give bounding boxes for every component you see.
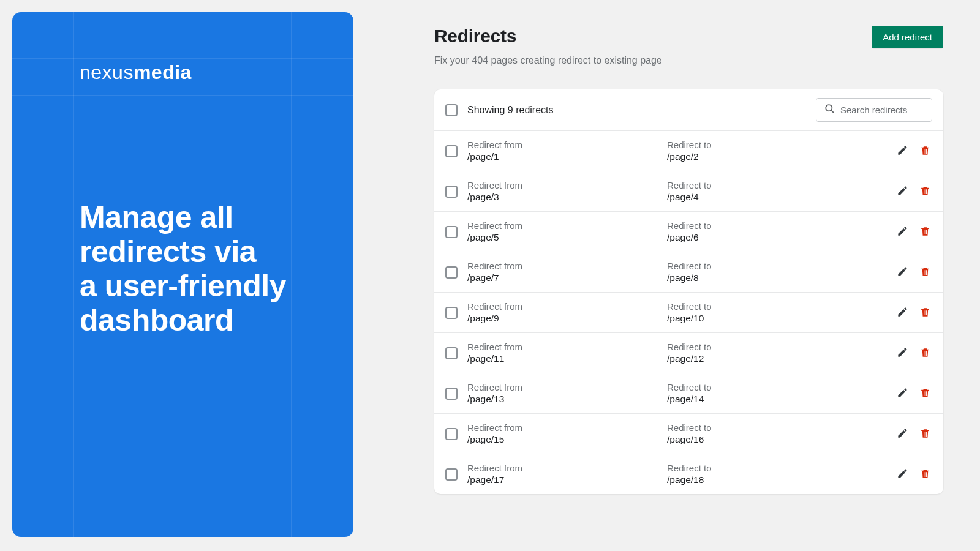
delete-button[interactable]	[918, 224, 932, 240]
pencil-icon	[897, 266, 908, 279]
from-label: Redirect from	[467, 342, 667, 352]
main-content: Redirects Fix your 404 pages creating re…	[353, 0, 980, 551]
search-field[interactable]	[816, 98, 932, 122]
redirect-from-cell: Redirect from/page/7	[467, 261, 667, 283]
table-row: Redirect from/page/7Redirect to/page/8	[434, 252, 943, 293]
from-value: /page/11	[467, 353, 667, 364]
redirect-to-cell: Redirect to/page/6	[667, 220, 820, 243]
from-value: /page/5	[467, 232, 667, 243]
row-actions	[895, 143, 932, 159]
from-label: Redirect from	[467, 463, 667, 473]
delete-button[interactable]	[918, 345, 932, 361]
select-all-checkbox[interactable]	[445, 104, 458, 116]
trash-icon	[919, 266, 931, 279]
edit-button[interactable]	[895, 143, 910, 159]
redirect-from-cell: Redirect from/page/9	[467, 301, 667, 324]
delete-button[interactable]	[918, 305, 932, 321]
row-checkbox[interactable]	[445, 388, 458, 400]
from-value: /page/9	[467, 313, 667, 324]
from-label: Redirect from	[467, 261, 667, 271]
page-subtitle: Fix your 404 pages creating redirect to …	[434, 55, 662, 66]
to-label: Redirect to	[667, 180, 820, 190]
to-value: /page/14	[667, 394, 820, 405]
to-label: Redirect to	[667, 220, 820, 231]
row-actions	[895, 386, 932, 402]
delete-button[interactable]	[918, 184, 932, 200]
trash-icon	[919, 185, 931, 198]
row-actions	[895, 264, 932, 280]
brand-part2: media	[134, 61, 192, 83]
trash-icon	[919, 427, 931, 441]
redirect-from-cell: Redirect from/page/11	[467, 342, 667, 364]
delete-button[interactable]	[918, 386, 932, 402]
edit-button[interactable]	[895, 305, 910, 321]
edit-button[interactable]	[895, 345, 910, 361]
edit-button[interactable]	[895, 224, 910, 240]
pencil-icon	[897, 185, 908, 198]
promo-panel: nexusmedia Manage all redirects via a us…	[12, 12, 353, 537]
to-value: /page/12	[667, 353, 820, 364]
table-row: Redirect from/page/9Redirect to/page/10	[434, 293, 943, 333]
redirect-from-cell: Redirect from/page/1	[467, 140, 667, 162]
from-label: Redirect from	[467, 220, 667, 231]
table-row: Redirect from/page/17Redirect to/page/18	[434, 454, 943, 494]
redirect-to-cell: Redirect to/page/12	[667, 342, 820, 364]
redirect-from-cell: Redirect from/page/17	[467, 463, 667, 485]
table-row: Redirect from/page/5Redirect to/page/6	[434, 212, 943, 252]
showing-count: Showing 9 redirects	[467, 105, 554, 116]
from-value: /page/3	[467, 192, 667, 203]
row-actions	[895, 184, 932, 200]
row-checkbox[interactable]	[445, 428, 458, 440]
trash-icon	[919, 347, 931, 360]
delete-button[interactable]	[918, 143, 932, 159]
row-checkbox[interactable]	[445, 226, 458, 238]
row-checkbox[interactable]	[445, 468, 458, 481]
to-value: /page/4	[667, 192, 820, 203]
redirect-to-cell: Redirect to/page/14	[667, 382, 820, 405]
svg-line-1	[831, 110, 834, 113]
from-value: /page/7	[467, 272, 667, 283]
edit-button[interactable]	[895, 426, 910, 442]
row-checkbox[interactable]	[445, 347, 458, 359]
to-label: Redirect to	[667, 382, 820, 392]
page-title: Redirects	[434, 26, 662, 47]
search-icon	[824, 103, 835, 117]
edit-button[interactable]	[895, 467, 910, 482]
add-redirect-button[interactable]: Add redirect	[872, 26, 943, 48]
row-actions	[895, 467, 932, 482]
page-header: Redirects Fix your 404 pages creating re…	[434, 26, 943, 66]
pencil-icon	[897, 387, 908, 400]
edit-button[interactable]	[895, 386, 910, 402]
to-value: /page/16	[667, 434, 820, 445]
delete-button[interactable]	[918, 426, 932, 442]
to-value: /page/6	[667, 232, 820, 243]
pencil-icon	[897, 225, 908, 239]
row-checkbox[interactable]	[445, 186, 458, 198]
delete-button[interactable]	[918, 467, 932, 482]
pencil-icon	[897, 427, 908, 441]
row-checkbox[interactable]	[445, 307, 458, 319]
row-checkbox[interactable]	[445, 145, 458, 157]
search-input[interactable]	[840, 105, 924, 115]
to-label: Redirect to	[667, 301, 820, 312]
row-actions	[895, 305, 932, 321]
redirect-to-cell: Redirect to/page/8	[667, 261, 820, 283]
from-label: Redirect from	[467, 422, 667, 433]
to-label: Redirect to	[667, 261, 820, 271]
row-actions	[895, 426, 932, 442]
edit-button[interactable]	[895, 264, 910, 280]
redirect-to-cell: Redirect to/page/16	[667, 422, 820, 445]
redirect-from-cell: Redirect from/page/13	[467, 382, 667, 405]
table-row: Redirect from/page/1Redirect to/page/2	[434, 131, 943, 171]
from-label: Redirect from	[467, 140, 667, 150]
delete-button[interactable]	[918, 264, 932, 280]
pencil-icon	[897, 306, 908, 320]
to-value: /page/18	[667, 474, 820, 485]
trash-icon	[919, 468, 931, 481]
trash-icon	[919, 225, 931, 239]
table-row: Redirect from/page/15Redirect to/page/16	[434, 414, 943, 454]
edit-button[interactable]	[895, 184, 910, 200]
from-label: Redirect from	[467, 382, 667, 392]
row-checkbox[interactable]	[445, 266, 458, 279]
pencil-icon	[897, 144, 908, 158]
